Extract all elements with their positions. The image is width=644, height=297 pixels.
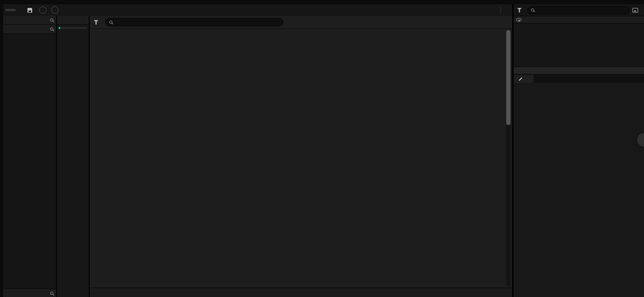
asset-view: [90, 16, 512, 297]
asset-search-field[interactable]: [105, 18, 283, 26]
filter-funnel-icon[interactable]: [93, 20, 99, 25]
outliner-search-field[interactable]: [527, 6, 630, 14]
window-top-edge: [0, 0, 644, 4]
outliner-status-bar: [514, 66, 644, 74]
unreal-editor-window: [0, 0, 644, 297]
outliner-rows: [514, 24, 644, 66]
outliner-search-input[interactable]: [536, 7, 624, 13]
filter-chip-static-mesh[interactable]: [59, 27, 87, 29]
asset-search-bar: [90, 16, 512, 29]
scrollbar[interactable]: [506, 30, 510, 286]
filters-header: [57, 16, 89, 25]
forward-button[interactable]: [51, 6, 59, 14]
content-browser-panel: [3, 4, 513, 297]
favorites-header[interactable]: [3, 16, 56, 25]
eye-icon[interactable]: [516, 18, 522, 22]
content-browser-toolbar: [3, 4, 512, 16]
import-button[interactable]: [21, 10, 23, 11]
project-source-header[interactable]: [3, 25, 56, 34]
sources-sidebar: [3, 16, 57, 297]
add-button[interactable]: [5, 9, 16, 11]
search-icon: [531, 8, 534, 12]
folder-tree: [3, 34, 56, 289]
scrollbar-thumb[interactable]: [506, 30, 510, 125]
asset-grid-viewport: [90, 29, 512, 288]
toolbar-separator: [500, 7, 501, 13]
outliner-panel: [513, 4, 644, 297]
save-icon: [27, 8, 32, 13]
pencil-icon: [518, 77, 522, 81]
collections-section[interactable]: [3, 289, 56, 297]
search-icon: [109, 21, 112, 24]
search-icon[interactable]: [50, 292, 53, 295]
search-icon[interactable]: [50, 27, 53, 31]
asset-search-input[interactable]: [115, 20, 277, 25]
back-button[interactable]: [39, 6, 46, 14]
tab-details[interactable]: [514, 75, 534, 83]
details-tab-bar: [514, 74, 644, 83]
details-empty-state: [514, 83, 644, 297]
asset-count-bar: [90, 288, 512, 297]
outliner-toolbar: [514, 4, 644, 16]
browse-image-icon[interactable]: [632, 8, 638, 13]
filters-panel: [57, 16, 90, 297]
search-icon[interactable]: [50, 18, 53, 22]
filter-funnel-icon[interactable]: [517, 8, 522, 13]
save-all-button[interactable]: [27, 8, 34, 13]
outliner-column-headers: [514, 16, 644, 24]
